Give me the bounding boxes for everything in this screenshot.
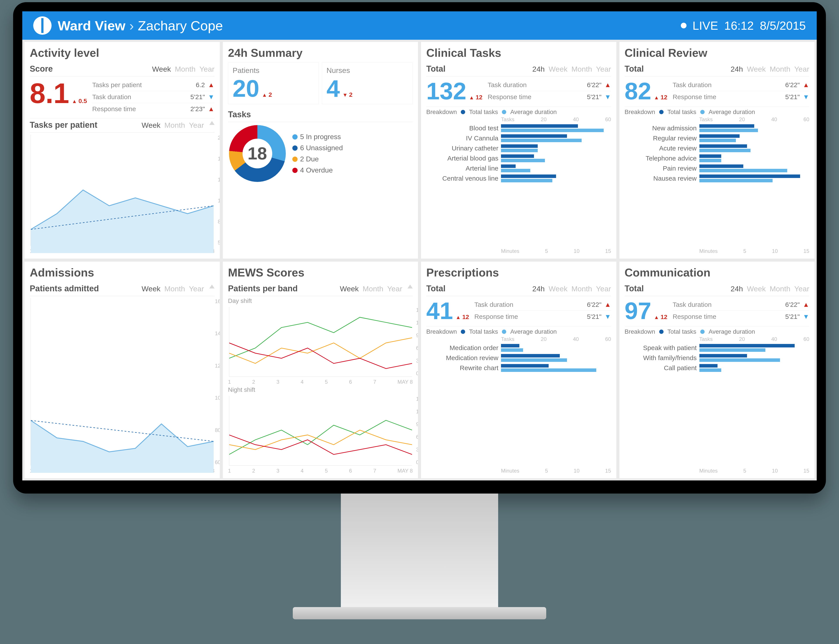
bar-avg — [501, 129, 604, 132]
range-year[interactable]: Year — [199, 65, 215, 73]
range-month[interactable]: Month — [571, 284, 592, 293]
range-year[interactable]: Year — [596, 284, 611, 293]
screen: Ward View › Zachary Cope LIVE 16:12 8/5/… — [22, 12, 817, 480]
range-week[interactable]: Week — [747, 284, 766, 293]
total-label: Total — [426, 64, 446, 74]
panel-title: Prescriptions — [426, 266, 611, 279]
bar-total — [501, 354, 560, 358]
expand-icon[interactable] — [408, 284, 413, 289]
bar-category: Nausea review — [625, 175, 697, 182]
breadcrumb-chevron-icon: › — [129, 18, 134, 33]
range-week[interactable]: Week — [549, 65, 568, 73]
range-week[interactable]: Week — [152, 65, 171, 73]
axis-tasks-label: Tasks — [699, 336, 713, 342]
day-shift-label: Day shift — [228, 297, 413, 304]
expand-icon[interactable] — [209, 121, 215, 125]
axis-tick: 60 — [605, 336, 611, 342]
legend-avg: Average duration — [510, 328, 557, 335]
panel-title: Activity level — [30, 46, 215, 59]
range-week[interactable]: Week — [141, 284, 160, 293]
range-week[interactable]: Week — [747, 65, 766, 73]
legend-swatch-icon — [292, 168, 298, 173]
range-month[interactable]: Month — [770, 65, 791, 73]
axis-tick: 15 — [803, 468, 809, 474]
range-month[interactable]: Month — [175, 65, 196, 73]
axis-tick: 20 — [739, 336, 745, 342]
bar-category: IV Cannula — [426, 135, 498, 142]
task-metrics: Task duration6'22"▲Response time5'21"▼ — [488, 79, 611, 103]
chart-admissions: 1601401201008060 — [31, 298, 214, 466]
axis-tick: 60 — [605, 117, 611, 123]
trend-down-icon: ▼ — [208, 93, 215, 101]
expand-icon[interactable] — [209, 284, 215, 289]
bar-total — [501, 164, 516, 168]
legend-text: 2 Due — [300, 155, 319, 163]
axis-tick: 5 — [545, 248, 548, 254]
patients-value: 20 — [233, 76, 259, 100]
total-value: 41 — [426, 299, 453, 323]
legend-swatch-icon — [659, 330, 663, 334]
axis-tick: 20 — [739, 117, 745, 123]
activity-score-delta: 0.5 — [72, 98, 87, 105]
range-month[interactable]: Month — [770, 284, 791, 293]
range-month[interactable]: Month — [363, 284, 383, 293]
axis-tick: 40 — [771, 117, 777, 123]
axis-tick: 10 — [574, 248, 580, 254]
range-week[interactable]: Week — [141, 121, 160, 130]
bar-total — [501, 124, 578, 128]
axis-minutes-label: Minutes — [501, 248, 519, 254]
bar-category: Urinary catheter — [426, 145, 498, 152]
axis-tick: 60 — [803, 336, 809, 342]
bar-chart: Speak with patient With family/friends C… — [625, 342, 809, 467]
range-24h[interactable]: 24h — [532, 65, 545, 73]
legend-swatch-icon — [659, 110, 663, 114]
total-delta: 12 — [654, 314, 668, 320]
axis-tick: 5 — [743, 468, 746, 474]
range-year[interactable]: Year — [189, 121, 204, 130]
range-week[interactable]: Week — [549, 284, 568, 293]
nurses-label: Nurses — [326, 66, 408, 75]
metric-label: Task duration — [488, 81, 526, 89]
axis-tick: 10 — [772, 248, 778, 254]
bar-avg — [501, 368, 596, 372]
bar-chart: Medication order Medication review Rewri… — [426, 342, 611, 467]
legend-text: 5 In progress — [300, 133, 341, 141]
nurses-value: 4 — [326, 76, 340, 100]
metric-value: 6'22" — [785, 81, 800, 89]
range-year[interactable]: Year — [794, 284, 809, 293]
range-week[interactable]: Week — [340, 284, 359, 293]
range-month[interactable]: Month — [164, 284, 185, 293]
range-24h[interactable]: 24h — [532, 284, 545, 293]
range-year[interactable]: Year — [596, 65, 611, 73]
range-year[interactable]: Year — [387, 284, 402, 293]
legend-total: Total tasks — [469, 108, 498, 115]
panel-summary: 24h Summary Patients 20 2 Nurses 4 2 — [223, 42, 418, 259]
bar-total — [501, 364, 549, 368]
panel-clinical-tasks: Clinical Tasks Total 24h Week Month Year… — [421, 42, 616, 259]
range-month[interactable]: Month — [164, 121, 185, 130]
legend-swatch-icon — [700, 330, 705, 334]
legend-swatch-icon — [700, 110, 705, 114]
panel-title: Communication — [625, 266, 809, 279]
metric-value: 6'22" — [785, 301, 800, 308]
legend-total: Total tasks — [469, 328, 498, 335]
range-24h[interactable]: 24h — [730, 284, 743, 293]
range-24h[interactable]: 24h — [730, 65, 743, 73]
range-year[interactable]: Year — [794, 65, 809, 73]
patients-delta: 2 — [262, 91, 272, 98]
panel-title: Clinical Review — [625, 46, 809, 59]
panel-title: Admissions — [30, 266, 215, 279]
bar-total — [501, 145, 538, 148]
legend-swatch-icon — [461, 330, 465, 334]
range-month[interactable]: Month — [571, 65, 592, 73]
bar-avg — [699, 358, 780, 362]
svg-marker-2 — [31, 421, 214, 473]
range-year[interactable]: Year — [189, 284, 204, 293]
panel-title: MEWS Scores — [228, 266, 413, 279]
night-shift-label: Night shift — [228, 386, 413, 393]
metric-value: 5'21" — [587, 313, 601, 320]
bar-avg — [501, 348, 523, 352]
bar-avg — [699, 368, 721, 372]
breadcrumb-patient[interactable]: Zachary Cope — [138, 18, 223, 33]
bar-avg — [699, 149, 751, 152]
